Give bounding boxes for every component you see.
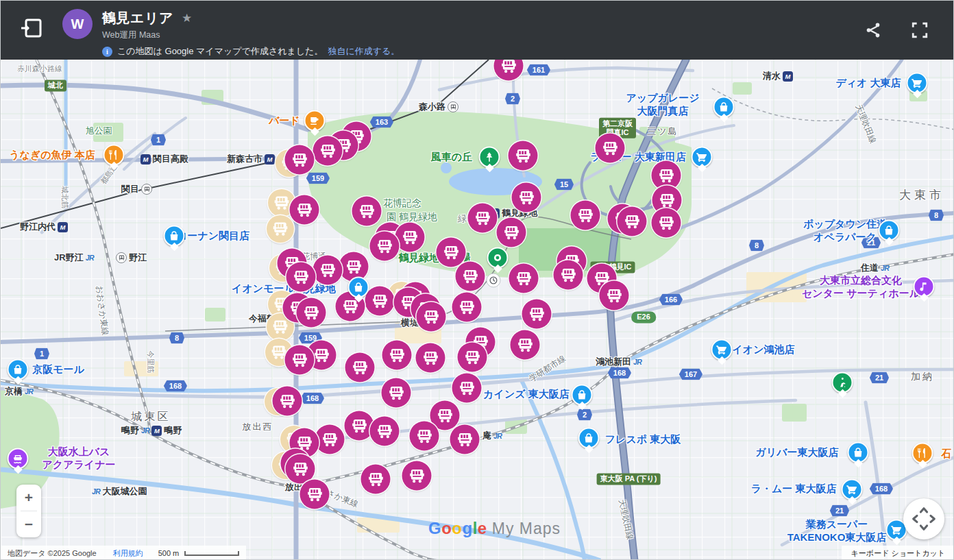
poi-daito-sati-hall-icon[interactable] <box>914 276 935 297</box>
poi-keihan-mall-label: 京阪モール <box>32 363 84 376</box>
poi-bird-cafe-icon[interactable] <box>304 110 326 132</box>
bus-stop-marker[interactable] <box>497 218 526 247</box>
bus-stop-marker[interactable] <box>596 134 625 163</box>
google-logo: Google <box>428 519 487 538</box>
bus-stop-marker[interactable] <box>345 411 374 441</box>
avatar[interactable]: W <box>62 9 93 39</box>
poi-aeon-mall-tsurumi-icon[interactable] <box>348 277 369 298</box>
poi-fusha-no-oka-icon[interactable] <box>479 147 500 168</box>
poi-pop-town-suminodo-icon[interactable] <box>879 220 900 241</box>
bus-stop-marker[interactable] <box>365 287 395 316</box>
jr-logo-icon: JR <box>881 264 889 272</box>
bus-stop-marker[interactable] <box>512 183 541 212</box>
bus-stop-marker[interactable] <box>522 300 552 329</box>
poi-gulliver-higashiosaka-icon[interactable] <box>848 442 869 463</box>
bus-stop-marker[interactable] <box>361 465 391 494</box>
poi-frespo-higashiosaka-label: フレスポ 東大阪 <box>605 433 681 446</box>
bus-stop-marker[interactable] <box>554 260 583 290</box>
poi-keihan-mall-icon[interactable] <box>8 359 29 380</box>
bus-stop-marker[interactable] <box>652 208 681 238</box>
poi-aeon-konoike-icon[interactable] <box>711 339 733 361</box>
poi-frespo-higashiosaka-icon[interactable] <box>578 428 600 449</box>
bus-stop-marker[interactable] <box>273 387 302 416</box>
bus-stop-marker[interactable] <box>382 378 411 408</box>
bus-stop-marker[interactable] <box>313 136 343 166</box>
station-shimizu: 清水M <box>763 70 793 82</box>
station-label: 住道 <box>861 262 879 274</box>
bus-stop-marker[interactable] <box>571 201 600 230</box>
bus-stop-marker[interactable] <box>416 343 445 373</box>
bus-stop-marker[interactable] <box>450 425 480 454</box>
bus-stop-marker-secondary[interactable] <box>267 215 294 243</box>
poi-dio-daito-icon[interactable] <box>907 73 928 94</box>
bus-stop-marker[interactable] <box>370 417 400 446</box>
bus-stop-marker[interactable] <box>468 204 498 233</box>
share-icon[interactable] <box>864 21 882 39</box>
keyboard-shortcuts[interactable]: キーボード ショートカット <box>842 546 954 560</box>
bus-stop-marker[interactable] <box>300 480 330 509</box>
create-own-map-link[interactable]: 独自に作成する。 <box>328 45 400 58</box>
zoom-out-button[interactable]: − <box>16 511 41 537</box>
poi-cainz-higashiosaka-icon[interactable] <box>572 385 593 406</box>
poi-ishigama-icon[interactable] <box>912 443 933 464</box>
bus-stop-marker[interactable] <box>286 263 316 292</box>
open-side-panel-icon[interactable] <box>20 16 45 40</box>
bus-stop-marker[interactable] <box>452 374 482 403</box>
area-mitsujima: 三ツ島 <box>647 125 678 138</box>
route-shield-8: 8 <box>749 240 764 252</box>
bus-stop-marker[interactable] <box>382 341 412 370</box>
bus-stop-marker[interactable] <box>494 60 524 81</box>
train-station-icon <box>448 101 458 112</box>
page-subtitle: Web運用 Maas <box>102 29 400 41</box>
park-kahaku-line2: 園 鶴見緑地 <box>387 211 437 223</box>
bus-stop-marker[interactable] <box>395 223 425 252</box>
poi-tsurumi-ryokuchi-field-icon[interactable] <box>487 247 509 269</box>
city-daito: 大東市 <box>899 187 944 203</box>
route-shield-159: 159 <box>306 173 330 184</box>
header-left: W 鶴見エリア ★ Web運用 Maas i この地図は Google マイマッ… <box>1 1 400 58</box>
station-konoike-shinden: 鴻池新田JR <box>596 356 641 368</box>
map-canvas[interactable]: 赤川森小路線三ツ島大東市城東区放出西加納緑地公園横堤放出花博通花博記念園 鶴見緑… <box>1 60 954 560</box>
poi-lamu-higashiosaka-icon[interactable] <box>842 479 863 500</box>
bus-stop-marker[interactable] <box>600 281 629 311</box>
station-label: 森小路 <box>419 101 445 113</box>
bus-stop-marker[interactable] <box>509 264 539 293</box>
bus-stop-marker[interactable] <box>410 422 439 451</box>
poi-konan-sekime-icon[interactable] <box>164 226 185 247</box>
bus-stop-marker[interactable] <box>437 238 466 267</box>
star-icon[interactable]: ★ <box>182 11 192 25</box>
poi-cainz-higashiosaka-label: カインズ 東大阪店 <box>483 388 570 401</box>
bus-stop-marker[interactable] <box>315 425 345 454</box>
bus-stop-marker[interactable] <box>417 302 446 332</box>
station-label: 野江内代 <box>20 221 56 233</box>
highway-badge: 東大阪 PA (下り) <box>597 473 661 485</box>
bus-stop-marker[interactable] <box>313 256 343 285</box>
zoom-in-button[interactable]: + <box>16 485 41 511</box>
bus-stop-marker[interactable] <box>456 262 485 291</box>
bus-stop-marker[interactable] <box>352 197 382 226</box>
poi-golf-spot-icon[interactable] <box>832 372 853 393</box>
bus-stop-marker[interactable] <box>297 298 326 328</box>
poi-osaka-suijo-bus-icon[interactable] <box>8 448 29 470</box>
poi-lamu-daito-shinden-icon[interactable] <box>692 147 713 168</box>
pan-control[interactable] <box>903 498 944 539</box>
bus-stop-marker[interactable] <box>285 345 315 375</box>
bus-stop-marker[interactable] <box>509 141 538 171</box>
bus-stop-marker[interactable] <box>345 353 375 382</box>
bus-stop-marker[interactable] <box>286 454 315 484</box>
bus-stop-marker[interactable] <box>290 195 319 225</box>
bus-stop-marker[interactable] <box>370 232 400 261</box>
poi-up-garage-kadoma-icon[interactable] <box>713 97 735 118</box>
poi-unagi-no-uoi-icon[interactable] <box>103 145 125 166</box>
route-shield-8: 8 <box>929 210 944 221</box>
bus-stop-marker[interactable] <box>285 145 315 175</box>
bus-stop-marker[interactable] <box>458 343 487 372</box>
bus-stop-marker[interactable] <box>452 293 482 322</box>
terms-link[interactable]: 利用規約 <box>113 548 143 559</box>
station-kyobashi: 京橋JR <box>5 385 33 398</box>
fullscreen-icon[interactable] <box>911 21 929 39</box>
jr-logo-icon: JR <box>493 432 502 440</box>
bus-stop-marker[interactable] <box>617 207 647 236</box>
bus-stop-marker[interactable] <box>511 330 540 360</box>
bus-stop-marker[interactable] <box>402 461 432 491</box>
